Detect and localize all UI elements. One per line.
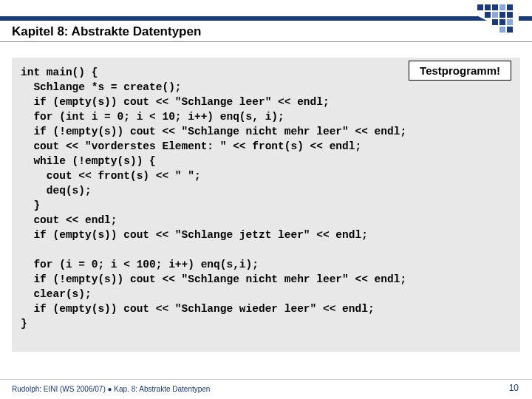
svg-rect-12 <box>507 19 513 25</box>
corner-logo <box>452 3 519 37</box>
page-number: 10 <box>509 383 519 393</box>
svg-rect-13 <box>499 27 505 33</box>
svg-rect-7 <box>492 12 498 18</box>
svg-rect-4 <box>499 4 505 10</box>
svg-rect-6 <box>485 12 491 18</box>
svg-rect-2 <box>485 4 491 10</box>
svg-rect-14 <box>507 27 513 33</box>
footer-divider <box>0 379 532 380</box>
svg-rect-5 <box>507 4 513 10</box>
svg-rect-1 <box>477 4 483 10</box>
chapter-title: Kapitel 8: Abstrakte Datentypen <box>12 24 201 39</box>
svg-rect-3 <box>492 4 498 10</box>
svg-rect-10 <box>492 19 498 25</box>
svg-rect-11 <box>499 19 505 25</box>
svg-rect-9 <box>507 12 513 18</box>
callout-box: Testprogramm! <box>409 61 511 81</box>
code-block: int main() { Schlange *s = create(); if … <box>12 58 520 352</box>
title-underline <box>0 41 532 42</box>
svg-rect-8 <box>499 12 505 18</box>
footer-text: Rudolph: EINI (WS 2006/07) ● Kap. 8: Abs… <box>12 385 210 393</box>
